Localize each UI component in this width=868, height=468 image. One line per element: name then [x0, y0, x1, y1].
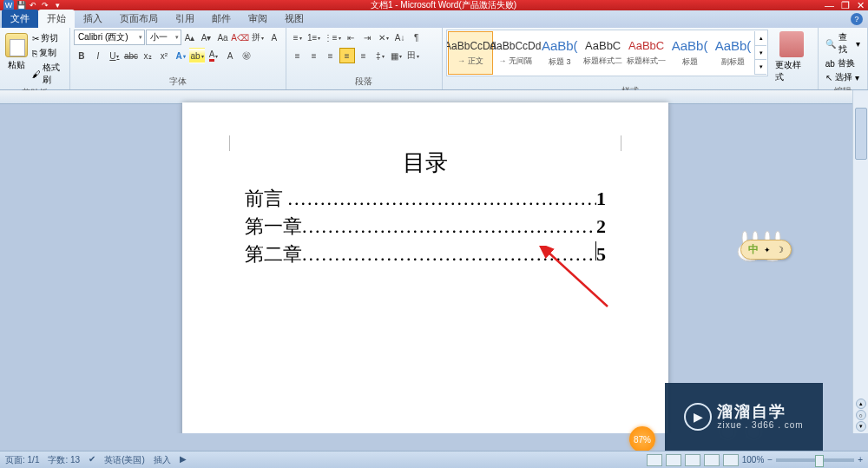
change-case-button[interactable]: Aa: [215, 30, 231, 45]
view-web-button[interactable]: [685, 454, 700, 466]
brush-icon: 🖌: [32, 69, 41, 79]
scrollbar-thumb[interactable]: [855, 108, 867, 160]
replace-button[interactable]: ab替换: [825, 57, 860, 69]
show-marks-button[interactable]: ¶: [409, 30, 424, 45]
borders-button[interactable]: 田: [405, 48, 421, 63]
status-language[interactable]: 英语(美国): [104, 454, 145, 466]
document-page[interactable]: 目录 前言 ..................................…: [182, 102, 668, 433]
style-item-subtitle[interactable]: AaBb( 副标题: [712, 31, 755, 75]
tab-insert[interactable]: 插入: [75, 10, 111, 28]
sort-button[interactable]: A↓: [392, 30, 408, 45]
ime-indicator[interactable]: 中 ✦ ☽: [740, 240, 792, 260]
highlight-button[interactable]: ab: [189, 48, 205, 63]
superscript-button[interactable]: x²: [156, 48, 172, 63]
tab-home[interactable]: 开始: [38, 10, 75, 28]
align-center-button[interactable]: ≡: [306, 48, 322, 63]
distribute-button[interactable]: ≡: [356, 48, 372, 63]
line-spacing-button[interactable]: ‡: [372, 48, 388, 63]
group-styles: AaBbCcDd → 正文 AaBbCcDd → 无间隔 AaBb( 标题 3 …: [443, 28, 819, 89]
ime-mode: 中: [748, 242, 759, 257]
style-item-title[interactable]: AaBb( 标题: [668, 31, 712, 75]
bullets-button[interactable]: ≡: [290, 30, 306, 45]
status-words[interactable]: 字数: 13: [48, 454, 80, 466]
next-page-button[interactable]: ▾: [856, 421, 866, 432]
italic-button[interactable]: I: [90, 48, 106, 63]
increase-indent-button[interactable]: ⇥: [359, 30, 375, 45]
vertical-scrollbar[interactable]: ▴ ○ ▾: [852, 90, 868, 433]
percent-badge[interactable]: 87%: [629, 426, 655, 452]
decrease-indent-button[interactable]: ⇤: [343, 30, 358, 45]
statusbar: 页面: 1/1 字数: 13 ✔ 英语(美国) 插入 ▶ 100% − +: [0, 451, 868, 468]
phonetic-guide-button[interactable]: 拼: [250, 30, 266, 45]
zoom-in-button[interactable]: +: [858, 455, 863, 465]
status-mode[interactable]: 插入: [154, 454, 171, 466]
asian-layout-button[interactable]: ✕: [376, 30, 391, 45]
restore-button[interactable]: ❐: [841, 0, 850, 11]
style-item-hstyle1[interactable]: AaBbC 标题样式一: [625, 31, 668, 75]
help-icon[interactable]: ?: [851, 13, 863, 25]
font-color-button[interactable]: A: [206, 48, 221, 63]
grow-font-button[interactable]: A▴: [182, 30, 198, 45]
strike-button[interactable]: abc: [123, 48, 139, 63]
char-shading-button[interactable]: A: [222, 48, 238, 63]
group-editing: 🔍查找 ▾ ab替换 ↖选择 ▾ 编辑: [819, 28, 868, 89]
style-item-nospacing[interactable]: AaBbCcDd → 无间隔: [493, 31, 538, 75]
align-right-button[interactable]: ≡: [323, 48, 339, 63]
text-effects-button[interactable]: A: [173, 48, 188, 63]
minimize-button[interactable]: —: [825, 0, 834, 11]
document-content[interactable]: 目录 前言 ..................................…: [182, 102, 668, 268]
multilevel-button[interactable]: ⋮≡: [323, 30, 342, 45]
zoom-out-button[interactable]: −: [767, 455, 773, 465]
status-page[interactable]: 页面: 1/1: [5, 454, 39, 466]
watermark-url: zixue . 3d66 . com: [717, 420, 803, 430]
numbering-button[interactable]: 1≡: [306, 30, 322, 45]
style-item-hstyle2[interactable]: AaBbC 标题样式二: [582, 31, 625, 75]
find-button[interactable]: 🔍查找 ▾: [825, 31, 860, 56]
tab-layout[interactable]: 页面布局: [111, 10, 167, 28]
shrink-font-button[interactable]: A▾: [199, 30, 214, 45]
bold-button[interactable]: B: [74, 48, 89, 63]
ime-settings-icon[interactable]: ✦: [764, 246, 771, 254]
tab-file[interactable]: 文件: [2, 10, 38, 28]
underline-button[interactable]: U: [107, 48, 122, 63]
zoom-slider[interactable]: [776, 458, 854, 462]
justify-button[interactable]: ≡: [339, 48, 355, 63]
styles-gallery[interactable]: AaBbCcDd → 正文 AaBbCcDd → 无间隔 AaBb( 标题 3 …: [446, 30, 768, 76]
cut-button[interactable]: ✂剪切: [31, 31, 66, 45]
group-font: Calibri (西文) 小一 A▴ A▾ Aa A⌫ 拼 A B I U ab…: [70, 28, 286, 89]
ribbon-tabs: 文件 开始 插入 页面布局 引用 邮件 审阅 视图 ?: [0, 10, 868, 28]
view-draft-button[interactable]: [723, 454, 739, 466]
tab-references[interactable]: 引用: [167, 10, 203, 28]
paste-button[interactable]: 粘贴: [3, 30, 30, 75]
change-styles-button[interactable]: 更改样式: [770, 30, 814, 85]
format-painter-button[interactable]: 🖌格式刷: [31, 61, 66, 87]
view-print-button[interactable]: [647, 454, 662, 466]
view-read-button[interactable]: [666, 454, 681, 466]
status-proof-icon[interactable]: ✔: [89, 454, 95, 466]
style-item-normal[interactable]: AaBbCcDd → 正文: [448, 31, 493, 75]
search-icon: 🔍: [825, 39, 836, 49]
font-name-combo[interactable]: Calibri (西文): [74, 30, 145, 45]
align-left-button[interactable]: ≡: [290, 48, 306, 63]
group-label-font: 字体: [74, 76, 282, 89]
tab-review[interactable]: 审阅: [240, 10, 276, 28]
status-macro-icon[interactable]: ▶: [180, 454, 187, 466]
view-outline-button[interactable]: [704, 454, 720, 466]
shading-button[interactable]: ▦: [389, 48, 404, 63]
font-size-combo[interactable]: 小一: [146, 30, 181, 45]
copy-button[interactable]: ⎘复制: [31, 46, 66, 60]
zoom-level[interactable]: 100%: [742, 455, 765, 465]
ime-moon-icon[interactable]: ☽: [776, 245, 784, 254]
clear-format-button[interactable]: A⌫: [232, 30, 249, 45]
subscript-button[interactable]: x₂: [140, 48, 155, 63]
style-item-h3[interactable]: AaBb( 标题 3: [538, 31, 582, 75]
enclose-char-button[interactable]: ㊙: [239, 48, 254, 63]
close-button[interactable]: ✕: [857, 0, 865, 11]
char-border-button[interactable]: A: [266, 30, 282, 45]
prev-page-button[interactable]: ▴: [856, 399, 866, 409]
tab-mailings[interactable]: 邮件: [203, 10, 240, 28]
select-button[interactable]: ↖选择 ▾: [825, 71, 860, 83]
browse-object-button[interactable]: ○: [856, 410, 866, 420]
styles-gallery-more[interactable]: ▴▾▾: [754, 31, 766, 75]
tab-view[interactable]: 视图: [276, 10, 312, 28]
